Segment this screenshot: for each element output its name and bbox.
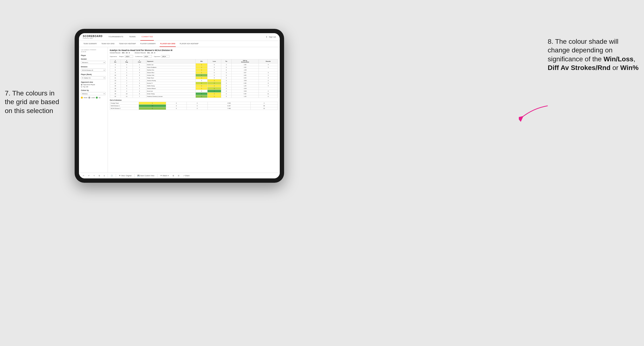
opponent-dropdown[interactable]: (All) ▾ bbox=[161, 55, 170, 58]
conference-dropdown[interactable]: (All) ▾ bbox=[144, 55, 152, 58]
toolbar-divider-1 bbox=[108, 174, 108, 177]
table-row: 522 Alexis Sudjianto 1 0 0 4.003 bbox=[110, 66, 278, 69]
col-tie: Tie bbox=[221, 59, 232, 63]
opponents-filter-label: Opponents: bbox=[110, 56, 117, 57]
eye-icon: 👁 bbox=[119, 175, 120, 176]
chevron-down-icon: ▾ bbox=[104, 62, 104, 63]
colour-by-dropdown[interactable]: Win/loss ▾ bbox=[81, 92, 106, 95]
col-diff: Diff AvStrokes/Rnd bbox=[231, 59, 258, 63]
table-row: 613 Sydney Kuo 1 0 0 -1.00 bbox=[110, 69, 278, 71]
redo-button[interactable]: ↩ bbox=[87, 174, 90, 177]
redo2-button[interactable]: ↪ bbox=[92, 174, 96, 177]
legend-dot-up bbox=[96, 97, 98, 99]
gender-dropdown[interactable]: Women's ▾ bbox=[81, 61, 106, 64]
table-row: 1611 Jessica Mason 1 2 0 -0.94 bbox=[110, 87, 278, 90]
grid-button[interactable]: ⊟ bbox=[177, 174, 180, 177]
tablet-screen: SCOREBOARD Powered by clippd TOURNAMENTS… bbox=[79, 33, 280, 178]
layout-button[interactable]: ⊞ bbox=[172, 174, 175, 177]
col-conf: #Conf bbox=[133, 59, 146, 63]
nav-teams[interactable]: TEAMS bbox=[128, 33, 137, 41]
col-loss: Loss bbox=[208, 59, 221, 63]
division-dropdown[interactable]: NCAA Division III ▾ bbox=[81, 69, 106, 72]
conference-filter-group: Conference (All) ▾ bbox=[135, 55, 152, 58]
table-row: 19106 Emily Chang 4 1 0 0.3011 bbox=[110, 93, 278, 95]
table-row: 1063 Andrea York 2 0 0 4.004 bbox=[110, 74, 278, 77]
share-button[interactable]: ↗ Share bbox=[182, 174, 191, 177]
app-header: SCOREBOARD Powered by clippd TOURNAMENTS… bbox=[79, 33, 280, 41]
gender-label: Gender bbox=[81, 58, 106, 60]
logo-sub: Powered by clippd bbox=[83, 37, 102, 39]
nav-tournaments[interactable]: TOURNAMENTS bbox=[107, 33, 124, 41]
table-row: 1311 Jessica Huang 0 1 0 -3.002 bbox=[110, 79, 278, 82]
player-rank-dropdown[interactable]: 8. Katelyn Vo ▾ bbox=[81, 76, 106, 79]
annotation-left: 7. The colours in the grid are based on … bbox=[5, 89, 65, 115]
sub-nav: TEAM SUMMARY TEAM H2H GRID TEAM H2H HEAT… bbox=[79, 41, 280, 47]
division-record-label: Division Record: 331 - 34 - 6 bbox=[134, 52, 155, 54]
toolbar-divider-3 bbox=[134, 174, 134, 177]
toolbar-divider-2 bbox=[116, 174, 116, 177]
undo-button[interactable]: ↩ bbox=[82, 174, 85, 177]
chevron-down-icon-3: ▾ bbox=[104, 77, 104, 79]
region-dropdown[interactable]: (All) ▾ bbox=[125, 55, 133, 58]
main-content: Last Updated: 27/03/2024 16:55:38 Player… bbox=[79, 47, 280, 173]
table-row: 1474 Eunice Yi 2 2 0 0.389 bbox=[110, 82, 278, 85]
toolbar-divider-4 bbox=[157, 174, 158, 177]
table-row: 20117 Federica Domecq Lacroze 2 1 0 1.33… bbox=[110, 95, 278, 98]
legend-dot-down bbox=[81, 97, 83, 99]
region-filter-group: Region (All) ▾ bbox=[119, 55, 133, 58]
nav-committee[interactable]: COMMITTEE bbox=[140, 33, 154, 41]
out-of-division-header: Out of division bbox=[110, 99, 278, 101]
tablet-frame: SCOREBOARD Powered by clippd TOURNAMENTS… bbox=[75, 29, 284, 183]
opponent-view-label: Opponent view bbox=[81, 81, 106, 83]
left-panel: Last Updated: 27/03/2024 16:55:38 Player… bbox=[79, 47, 108, 173]
table-row: NCAA Division 2 5 0 0 7.400 10 bbox=[110, 107, 278, 110]
opponent-filter-label: Opponent bbox=[154, 56, 160, 57]
nav-menu: TOURNAMENTS TEAMS COMMITTEE bbox=[107, 33, 266, 41]
col-div: #Div bbox=[110, 59, 121, 63]
division-label: Division bbox=[81, 66, 106, 68]
arrow-right-icon bbox=[519, 103, 550, 123]
filter-row: Opponents: Region (All) ▾ Conference (Al… bbox=[110, 55, 278, 58]
sub-nav-player-h2h-heatmap[interactable]: PLAYER H2H HEATMAP bbox=[179, 41, 199, 47]
grid-subtitle: Overall Record: 353 - 34 - 6 Division Re… bbox=[110, 52, 278, 54]
sub-nav-player-summary[interactable]: PLAYER SUMMARY bbox=[140, 41, 156, 47]
chevron-down-icon-2: ▾ bbox=[104, 69, 104, 71]
paste-button[interactable]: ⧇ bbox=[103, 174, 106, 177]
col-win: Win bbox=[196, 59, 208, 63]
radio-opponents-played[interactable]: Opponents Played bbox=[81, 84, 106, 85]
last-updated: Last Updated: 27/03/2024 16:55:38 bbox=[81, 49, 106, 53]
opponent-filter-group: Opponent (All) ▾ bbox=[154, 55, 170, 58]
annotation-right: 8. The colour shade will change dependin… bbox=[548, 37, 639, 72]
sub-nav-player-h2h-grid[interactable]: PLAYER H2H GRID bbox=[160, 41, 176, 47]
colour-by-label: Colour by bbox=[81, 89, 106, 91]
grid-area: Katelyn Vo Head-to-Head Grid for Women's… bbox=[108, 47, 280, 173]
legend-row: Down Level Up bbox=[81, 97, 106, 99]
legend-dot-level bbox=[88, 97, 90, 99]
save-custom-button[interactable]: 💾 Save Custom View bbox=[136, 174, 155, 177]
view-original-button[interactable]: 👁 View: Original bbox=[118, 174, 132, 177]
sign-out-link[interactable]: Sign out bbox=[269, 36, 276, 38]
table-row: 311 Esther Lee 1 0 1 1.504 bbox=[110, 63, 278, 66]
table-row: 1111 Heejo Hyun 1 0 0 3.333 bbox=[110, 77, 278, 79]
opponent-view-section: Opponent view Opponents Played Top 100 bbox=[81, 81, 106, 88]
out-of-division-table: Foreign Team 1 0 0 4.500 2 NAIA Division… bbox=[110, 102, 278, 110]
watch-button[interactable]: 👁 Watch ▾ bbox=[159, 174, 170, 177]
sub-nav-team-h2h-grid[interactable]: TEAM H2H GRID bbox=[101, 41, 115, 47]
radio-top-100[interactable]: Top 100 bbox=[81, 86, 106, 88]
main-data-table: #Div #Reg #Conf Opponent Win Loss Tie Di… bbox=[110, 59, 278, 98]
grid-title: Katelyn Vo Head-to-Head Grid for Women's… bbox=[110, 49, 278, 51]
player-rank-label: Player (Rank) bbox=[81, 74, 106, 75]
sub-nav-team-h2h-heatmap[interactable]: TEAM H2H HEATMAP bbox=[118, 41, 136, 47]
col-opponent: Opponent bbox=[146, 59, 196, 63]
radio-circle-unselected bbox=[81, 86, 82, 88]
logo-area: SCOREBOARD Powered by clippd bbox=[83, 35, 102, 39]
player-section-title: Player bbox=[81, 55, 106, 56]
header-icon: ℹ bbox=[266, 36, 267, 38]
col-reg: #Reg bbox=[120, 59, 133, 63]
overall-record-label: Overall Record: 353 - 34 - 6 bbox=[110, 52, 130, 54]
table-row: 914 Sharon Mun 1 0 0 3.673 bbox=[110, 71, 278, 74]
sub-nav-team-summary[interactable]: TEAM SUMMARY bbox=[83, 41, 98, 47]
save-icon: 💾 bbox=[138, 175, 140, 177]
clock-button[interactable]: 🕐 bbox=[110, 174, 114, 177]
copy-button[interactable]: ⧉ bbox=[98, 174, 101, 177]
